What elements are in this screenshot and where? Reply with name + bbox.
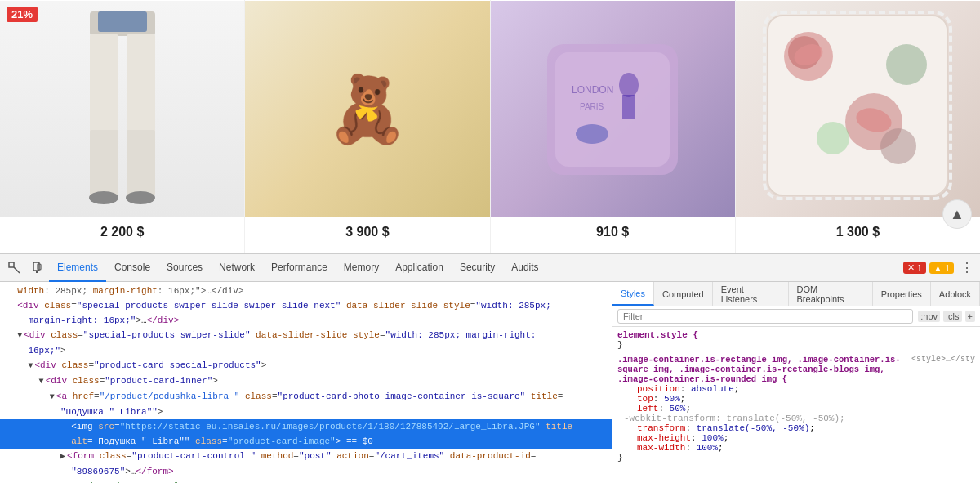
html-line: ▼<div class="product-card special-produc… xyxy=(0,358,612,373)
more-options-button[interactable]: ⋮ xyxy=(957,258,977,278)
svg-rect-3 xyxy=(90,130,118,195)
html-line: "Подушка " Libra""> xyxy=(0,405,612,419)
css-prop-webkit-transform: -webkit-transform: translate(-50%, -50%)… xyxy=(617,414,975,423)
css-prop-max-width: max-width: 100%; xyxy=(617,443,975,453)
styles-tab-computed[interactable]: Computed xyxy=(654,282,713,306)
html-line-comment: <!-- /.product-control --> xyxy=(0,479,612,483)
error-count: 1 xyxy=(917,263,922,273)
svg-rect-13 xyxy=(622,95,635,119)
html-line: margin-right: 16px;">…</div> xyxy=(0,313,612,328)
product-image-bear: 🧸 xyxy=(245,1,489,217)
css-rule-element-style: element.style { } xyxy=(617,330,975,350)
product-image-pants xyxy=(0,1,244,217)
css-rule-image-container: .image-container.is-rectangle img, .imag… xyxy=(617,355,975,463)
inspect-element-button[interactable] xyxy=(3,257,26,280)
error-count-badge[interactable]: ✕ 1 xyxy=(903,262,926,274)
scroll-up-button[interactable]: ▲ xyxy=(942,199,972,229)
styles-filter-bar: :hov .cls + xyxy=(612,306,980,327)
devtools-toolbar-right: ✕ 1 ▲ 1 ⋮ xyxy=(903,258,977,278)
html-line-selected[interactable]: <img src="https://static-eu.insales.ru/i… xyxy=(0,419,612,434)
svg-rect-2 xyxy=(127,34,155,132)
css-prop-transform: transform: translate(-50%, -50%); xyxy=(617,423,975,433)
price-pillow2: 1 300 $ xyxy=(736,217,980,247)
bear-icon: 🧸 xyxy=(327,71,408,148)
svg-text:PARIS: PARIS xyxy=(580,102,604,111)
html-line: 16px;"> xyxy=(0,343,612,358)
pants-svg xyxy=(86,11,159,208)
styles-filter-input[interactable] xyxy=(617,309,913,324)
svg-point-22 xyxy=(880,128,916,164)
tab-audits[interactable]: Audits xyxy=(503,254,546,282)
html-line: ▶<form class="product-cart-control " met… xyxy=(0,449,612,464)
svg-rect-1 xyxy=(90,34,118,132)
css-selector-2: .image-container.is-rectangle img, .imag… xyxy=(617,355,908,384)
error-icon: ✕ xyxy=(907,262,915,273)
warn-count-badge[interactable]: ▲ 1 xyxy=(929,262,954,274)
css-source: <style>…</sty xyxy=(908,355,975,364)
svg-text:LONDON: LONDON xyxy=(572,84,613,96)
price-bear: 3 900 $ xyxy=(245,217,489,247)
price-pillow1: 910 $ xyxy=(491,217,735,247)
tab-performance[interactable]: Performance xyxy=(263,254,336,282)
styles-tab-dom-breakpoints[interactable]: DOM Breakpoints xyxy=(789,282,873,306)
pillow2-svg xyxy=(760,7,956,212)
svg-rect-9 xyxy=(555,52,670,167)
styles-tab-properties[interactable]: Properties xyxy=(873,282,931,306)
html-panel[interactable]: width: 285px; margin-right: 16px;">…</di… xyxy=(0,282,612,483)
devtools-panel: Elements Console Sources Network Perform… xyxy=(0,253,980,483)
html-line-selected-2[interactable]: alt= Подушка " Libra"" class="product-ca… xyxy=(0,434,612,449)
styles-tab-styles[interactable]: Styles xyxy=(612,282,654,306)
svg-point-5 xyxy=(89,191,118,204)
product-item-pants: 21% 2 200 $ xyxy=(0,0,245,253)
styles-panel-tabs: Styles Computed Event Listeners DOM Brea… xyxy=(612,282,980,306)
discount-badge-pants: 21% xyxy=(7,7,38,22)
html-line: width: 285px; margin-right: 16px;">…</di… xyxy=(0,284,612,298)
pillow1-svg: LONDON PARIS xyxy=(531,28,694,191)
css-prop-left: left: 50%; xyxy=(617,404,975,414)
pseudo-hov-button[interactable]: :hov xyxy=(918,311,940,322)
css-close-brace: } xyxy=(617,340,623,350)
pseudo-cls-button[interactable]: .cls xyxy=(943,311,962,322)
devtools-main: width: 285px; margin-right: 16px;">…</di… xyxy=(0,282,980,483)
css-prop-max-height: max-height: 100%; xyxy=(617,433,975,443)
svg-rect-28 xyxy=(36,271,38,273)
tab-application[interactable]: Application xyxy=(387,254,452,282)
svg-point-6 xyxy=(126,191,155,204)
svg-point-21 xyxy=(817,122,849,154)
devtools-toolbar: Elements Console Sources Network Perform… xyxy=(0,254,980,282)
price-pants: 2 200 $ xyxy=(0,217,244,247)
html-line: ▼<div class="product-card-inner"> xyxy=(0,373,612,389)
styles-pseudo-buttons: :hov .cls + xyxy=(918,311,975,322)
product-image-pillow1: LONDON PARIS xyxy=(491,1,735,217)
svg-point-19 xyxy=(886,44,927,85)
css-selector: element.style { xyxy=(617,330,698,340)
html-line: ▼<a href="/product/podushka-libra " clas… xyxy=(0,389,612,405)
html-line: ▼<div class="special-products swiper-sli… xyxy=(0,328,612,343)
svg-line-26 xyxy=(14,267,20,273)
styles-content: element.style { } .image-container.is-re… xyxy=(612,327,980,483)
tab-elements[interactable]: Elements xyxy=(49,254,106,282)
css-prop-top: top: 50%; xyxy=(617,394,975,404)
tab-network[interactable]: Network xyxy=(211,254,263,282)
pseudo-add-button[interactable]: + xyxy=(965,311,975,322)
warn-count: 1 xyxy=(945,263,950,273)
product-image-pillow2 xyxy=(736,1,980,217)
svg-rect-25 xyxy=(9,262,14,267)
product-item-bear: 🧸 3 900 $ xyxy=(245,0,490,253)
product-item-pillow1: LONDON PARIS 910 $ xyxy=(491,0,736,253)
css-close-brace-2: } xyxy=(617,453,623,463)
styles-tab-adblock[interactable]: Adblock xyxy=(931,282,980,306)
svg-rect-7 xyxy=(98,11,147,32)
css-prop-position: position: absolute; xyxy=(617,384,975,394)
warn-icon: ▲ xyxy=(933,263,942,273)
tab-security[interactable]: Security xyxy=(452,254,503,282)
product-area: 21% 2 200 $ 🧸 3 900 $ xyxy=(0,0,980,253)
svg-point-12 xyxy=(619,73,639,97)
device-toggle-button[interactable] xyxy=(26,257,49,280)
html-line: "89869675">…</form> xyxy=(0,464,612,479)
tab-sources[interactable]: Sources xyxy=(158,254,211,282)
styles-panel: Styles Computed Event Listeners DOM Brea… xyxy=(612,282,980,483)
tab-memory[interactable]: Memory xyxy=(336,254,387,282)
styles-tab-event-listeners[interactable]: Event Listeners xyxy=(713,282,789,306)
tab-console[interactable]: Console xyxy=(106,254,158,282)
